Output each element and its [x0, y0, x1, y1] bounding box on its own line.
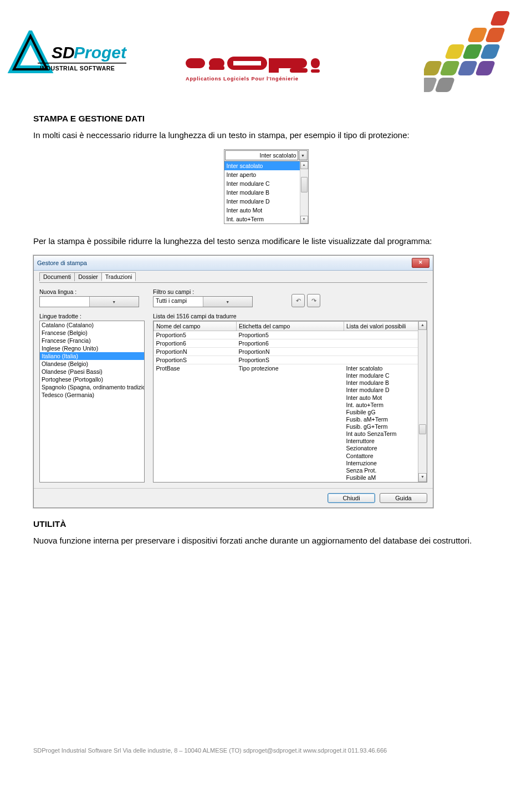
tab-documenti[interactable]: Documenti: [39, 272, 75, 281]
dropdown-item[interactable]: Inter scatolato: [224, 161, 308, 170]
dropdown-list: Inter scatolatoInter apertoInter modular…: [224, 161, 308, 224]
svg-text:Proget: Proget: [74, 43, 127, 62]
logo-bar: SD Proget INDUSTRIAL SOFTWARE Applicatio…: [0, 6, 532, 103]
tab-traduzioni[interactable]: Traduzioni: [101, 272, 136, 281]
cell-label: Proportion6: [237, 339, 344, 348]
svg-text:INDUSTRIAL SOFTWARE: INDUSTRIAL SOFTWARE: [40, 65, 115, 72]
language-item[interactable]: Francese (Francia): [40, 337, 144, 344]
fields-grid[interactable]: Nome del campo Etichetta del campo Lista…: [153, 321, 427, 483]
scroll-up-icon[interactable]: ▲: [300, 161, 308, 169]
language-item[interactable]: Francese (Belgio): [40, 329, 144, 337]
cubes-logo: [424, 8, 521, 100]
page-footer: SDProget Industrial Software Srl Via del…: [33, 747, 499, 754]
scroll-up-icon[interactable]: ▲: [418, 321, 427, 330]
dropdown-item[interactable]: Inter modulare D: [224, 197, 308, 206]
cell-label: ProportionN: [237, 348, 344, 356]
grid-scrollbar[interactable]: ▲ ▼: [418, 321, 427, 482]
redo-button[interactable]: ↷: [307, 294, 320, 307]
cell-values: [344, 331, 427, 339]
table-row[interactable]: Proportion6Proportion6: [154, 339, 427, 348]
svg-text:Applications Logiciels Pour l': Applications Logiciels Pour l'Ingénierie: [186, 76, 299, 82]
nuova-lingua-combo[interactable]: ▼: [39, 296, 139, 307]
scroll-down-icon[interactable]: ▼: [418, 473, 427, 482]
cell-values: [344, 339, 427, 348]
col-header-label[interactable]: Etichetta del campo: [237, 322, 344, 331]
cell-values: Inter scatolatoInter modulare CInter mod…: [344, 364, 427, 483]
svg-rect-13: [311, 58, 320, 68]
language-item[interactable]: Olandese (Belgio): [40, 360, 144, 368]
svg-rect-16: [490, 11, 510, 26]
svg-marker-0: [14, 36, 47, 69]
svg-rect-22: [424, 61, 442, 75]
chevron-down-icon[interactable]: ▼: [203, 297, 253, 307]
table-row[interactable]: ProtBaseTipo protezioneInter scatolatoIn…: [154, 364, 427, 483]
svg-rect-14: [311, 69, 320, 73]
svg-rect-24: [457, 61, 478, 75]
language-item[interactable]: Portoghese (Portogallo): [40, 375, 144, 383]
language-list[interactable]: Catalano (Catalano)Francese (Belgio)Fran…: [39, 321, 145, 483]
cell-name: Proportion5: [154, 331, 237, 339]
col-header-values[interactable]: Lista dei valori possibili: [344, 322, 427, 331]
help-button[interactable]: Guida: [380, 493, 427, 503]
dropdown-item[interactable]: Int. auto+Term: [224, 215, 308, 224]
cell-label: Proportion5: [237, 331, 344, 339]
alpi-logo: Applications Logiciels Pour l'Ingénierie: [186, 53, 332, 86]
svg-rect-12: [290, 68, 308, 73]
scroll-thumb[interactable]: [419, 424, 426, 434]
cell-label: ProportionS: [237, 356, 344, 364]
language-item[interactable]: Olandese (Paesi Bassi): [40, 368, 144, 375]
protection-type-dropdown: Inter scatolato ▼ Inter scatolatoInter a…: [224, 149, 309, 224]
svg-rect-26: [424, 78, 438, 92]
svg-rect-11: [233, 61, 261, 65]
undo-button[interactable]: ↶: [291, 294, 305, 307]
svg-rect-8: [209, 66, 224, 70]
dropdown-arrow-icon[interactable]: ▼: [299, 150, 308, 160]
table-row[interactable]: ProportionNProportionN: [154, 348, 427, 356]
table-row[interactable]: ProportionSProportionS: [154, 356, 427, 364]
svg-rect-25: [475, 61, 495, 75]
dropdown-selected-text[interactable]: Inter scatolato: [225, 150, 298, 160]
window-titlebar: Gestore di stampa ✕: [34, 256, 433, 271]
close-button[interactable]: Chiudi: [328, 493, 375, 503]
chevron-down-icon[interactable]: ▼: [89, 297, 139, 307]
dropdown-item[interactable]: Inter auto Mot: [224, 206, 308, 215]
print-manager-window: Gestore di stampa ✕ DocumentiDossierTrad…: [33, 255, 433, 508]
language-item[interactable]: Tedesco (Germania): [40, 391, 144, 399]
svg-rect-18: [485, 28, 505, 42]
scroll-thumb[interactable]: [301, 177, 308, 192]
svg-rect-21: [480, 44, 500, 59]
svg-rect-6: [186, 58, 205, 68]
dropdown-scrollbar[interactable]: ▲ ▼: [300, 161, 308, 224]
dropdown-item[interactable]: Inter aperto: [224, 170, 308, 179]
svg-rect-17: [467, 28, 488, 42]
language-item[interactable]: Spagnolo (Spagna, ordinamento tradizio: [40, 383, 144, 391]
label-lingue-tradotte: Lingue tradotte :: [39, 313, 145, 319]
section-stampa-title: STAMPA E GESTIONE DATI: [33, 114, 499, 124]
intro-paragraph-2: Per la stampa è possibile ridurre la lun…: [33, 235, 499, 247]
svg-text:SD: SD: [52, 43, 75, 62]
svg-rect-27: [434, 78, 455, 92]
language-item[interactable]: Catalano (Catalano): [40, 321, 144, 329]
col-header-name[interactable]: Nome del campo: [154, 322, 237, 331]
svg-rect-4: [38, 63, 126, 64]
table-row[interactable]: Proportion5Proportion5: [154, 331, 427, 339]
filtro-campi-combo[interactable]: Tutti i campi ▼: [153, 296, 253, 307]
section-utilita-title: UTILITÀ: [33, 519, 499, 529]
window-close-button[interactable]: ✕: [412, 258, 429, 268]
filtro-value: Tutti i campi: [154, 297, 203, 307]
label-lista-count: Lista dei 1516 campi da tradurre: [153, 313, 427, 319]
tab-dossier[interactable]: Dossier: [74, 272, 102, 281]
tabstrip: DocumentiDossierTraduzioni: [39, 272, 427, 281]
cell-values: [344, 348, 427, 356]
language-item[interactable]: Inglese (Regno Unito): [40, 344, 144, 352]
language-item[interactable]: Italiano (Italia): [40, 352, 144, 360]
dropdown-item[interactable]: Inter modulare C: [224, 179, 308, 188]
cell-name: ProportionS: [154, 356, 237, 364]
window-title: Gestore di stampa: [37, 260, 87, 266]
utilita-paragraph: Nuova funzione interna per preservare i …: [33, 535, 499, 546]
cell-name: Proportion6: [154, 339, 237, 348]
dropdown-item[interactable]: Inter modulare B: [224, 188, 308, 197]
cell-label: Tipo protezione: [237, 364, 344, 483]
scroll-down-icon[interactable]: ▼: [300, 216, 308, 224]
svg-rect-20: [462, 44, 483, 59]
